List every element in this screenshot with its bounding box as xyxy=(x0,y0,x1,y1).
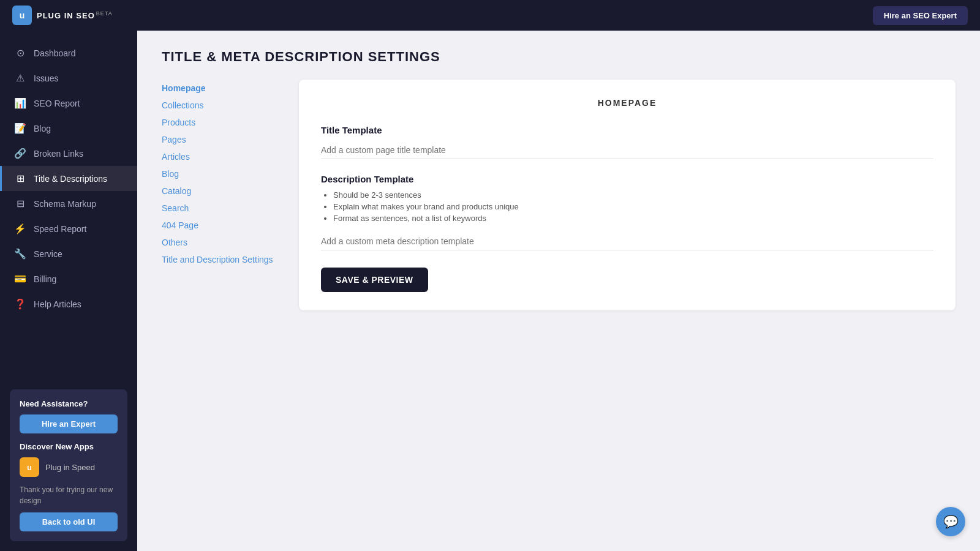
sidebar-item-label: Help Articles xyxy=(34,299,81,309)
sidebar-item-label: Service xyxy=(34,249,62,259)
sidebar-item-service[interactable]: 🔧 Service xyxy=(0,241,137,266)
title-descriptions-icon: ⊞ xyxy=(14,173,26,184)
sidebar-item-label: Schema Markup xyxy=(34,199,96,209)
discover-title: Discover New Apps xyxy=(20,442,118,451)
schema-markup-icon: ⊟ xyxy=(14,198,26,209)
sub-nav-item-catalog[interactable]: Catalog xyxy=(162,182,284,200)
sub-nav-item-homepage[interactable]: Homepage xyxy=(162,80,284,97)
service-icon: 🔧 xyxy=(14,248,26,260)
sidebar-item-label: Billing xyxy=(34,274,56,284)
thank-you-text: Thank you for trying our new design xyxy=(20,484,118,506)
top-header: u PLUG IN SEOBETA Hire an SEO Expert xyxy=(0,0,980,31)
desc-hint: Explain what makes your brand and produc… xyxy=(333,202,933,211)
sidebar-item-help-articles[interactable]: ❓ Help Articles xyxy=(0,291,137,317)
main-content: TITLE & META DESCRIPTION SETTINGS Homepa… xyxy=(137,31,980,551)
sub-nav-item-title-desc-settings[interactable]: Title and Description Settings xyxy=(162,251,284,268)
sidebar-item-label: Blog xyxy=(34,124,51,133)
hire-expert-sidebar-button[interactable]: Hire an Expert xyxy=(20,414,118,433)
blog-icon: 📝 xyxy=(14,122,26,134)
sidebar-nav: ⊙ Dashboard ⚠ Issues 📊 SEO Report 📝 Blog… xyxy=(0,31,137,380)
sub-nav-item-products[interactable]: Products xyxy=(162,114,284,131)
sidebar-item-label: Title & Descriptions xyxy=(34,174,107,184)
logo-icon: u xyxy=(12,6,32,25)
sub-nav-item-search[interactable]: Search xyxy=(162,200,284,217)
title-template-input[interactable] xyxy=(321,141,933,159)
desc-template-input[interactable] xyxy=(321,233,933,250)
desc-template-label: Description Template xyxy=(321,174,933,184)
sidebar-item-schema-markup[interactable]: ⊟ Schema Markup xyxy=(0,191,137,216)
desc-hints: Should be 2-3 sentencesExplain what make… xyxy=(321,190,933,223)
sidebar-item-label: Issues xyxy=(34,73,58,83)
broken-links-icon: 🔗 xyxy=(14,148,26,159)
sub-nav-item-404-page[interactable]: 404 Page xyxy=(162,217,284,234)
sub-nav-item-pages[interactable]: Pages xyxy=(162,131,284,148)
content-area: HomepageCollectionsProductsPagesArticles… xyxy=(162,80,956,310)
sidebar: ⊙ Dashboard ⚠ Issues 📊 SEO Report 📝 Blog… xyxy=(0,31,137,551)
sidebar-item-title-descriptions[interactable]: ⊞ Title & Descriptions xyxy=(0,166,137,191)
assistance-box: Need Assistance? Hire an Expert Discover… xyxy=(10,389,127,541)
logo-text: PLUG IN SEOBETA xyxy=(37,10,113,20)
hire-expert-header-button[interactable]: Hire an SEO Expert xyxy=(873,6,968,25)
help-articles-icon: ❓ xyxy=(14,298,26,310)
sub-nav: HomepageCollectionsProductsPagesArticles… xyxy=(162,80,284,310)
layout: ⊙ Dashboard ⚠ Issues 📊 SEO Report 📝 Blog… xyxy=(0,31,980,551)
sidebar-item-label: Dashboard xyxy=(34,48,76,58)
app-icon: u xyxy=(20,457,39,477)
settings-card: HOMEPAGE Title Template Description Temp… xyxy=(299,80,956,310)
save-preview-button[interactable]: SAVE & PREVIEW xyxy=(321,268,428,292)
billing-icon: 💳 xyxy=(14,273,26,285)
back-old-ui-button[interactable]: Back to old UI xyxy=(20,512,118,531)
card-section-title: HOMEPAGE xyxy=(321,98,933,108)
speed-report-icon: ⚡ xyxy=(14,223,26,234)
dashboard-icon: ⊙ xyxy=(14,47,26,59)
assistance-title: Need Assistance? xyxy=(20,399,118,408)
sidebar-item-billing[interactable]: 💳 Billing xyxy=(0,266,137,291)
sub-nav-item-blog[interactable]: Blog xyxy=(162,165,284,182)
sidebar-item-dashboard[interactable]: ⊙ Dashboard xyxy=(0,40,137,66)
chat-button[interactable]: 💬 xyxy=(936,507,965,536)
app-name: Plug in Speed xyxy=(45,463,95,472)
desc-hint: Should be 2-3 sentences xyxy=(333,190,933,200)
sidebar-item-speed-report[interactable]: ⚡ Speed Report xyxy=(0,216,137,241)
title-template-label: Title Template xyxy=(321,125,933,135)
issues-icon: ⚠ xyxy=(14,72,26,84)
sub-nav-item-others[interactable]: Others xyxy=(162,234,284,251)
page-title: TITLE & META DESCRIPTION SETTINGS xyxy=(162,49,956,65)
sidebar-item-seo-report[interactable]: 📊 SEO Report xyxy=(0,91,137,116)
logo-area: u PLUG IN SEOBETA xyxy=(12,6,113,25)
sub-nav-item-collections[interactable]: Collections xyxy=(162,97,284,114)
sub-nav-item-articles[interactable]: Articles xyxy=(162,148,284,165)
sidebar-item-issues[interactable]: ⚠ Issues xyxy=(0,66,137,91)
sidebar-item-blog[interactable]: 📝 Blog xyxy=(0,116,137,141)
sidebar-item-broken-links[interactable]: 🔗 Broken Links xyxy=(0,141,137,166)
app-item: u Plug in Speed xyxy=(20,457,118,477)
sidebar-item-label: Speed Report xyxy=(34,224,86,234)
desc-hint: Format as sentences, not a list of keywo… xyxy=(333,214,933,223)
seo-report-icon: 📊 xyxy=(14,97,26,109)
sidebar-item-label: SEO Report xyxy=(34,99,80,108)
sidebar-item-label: Broken Links xyxy=(34,149,83,159)
